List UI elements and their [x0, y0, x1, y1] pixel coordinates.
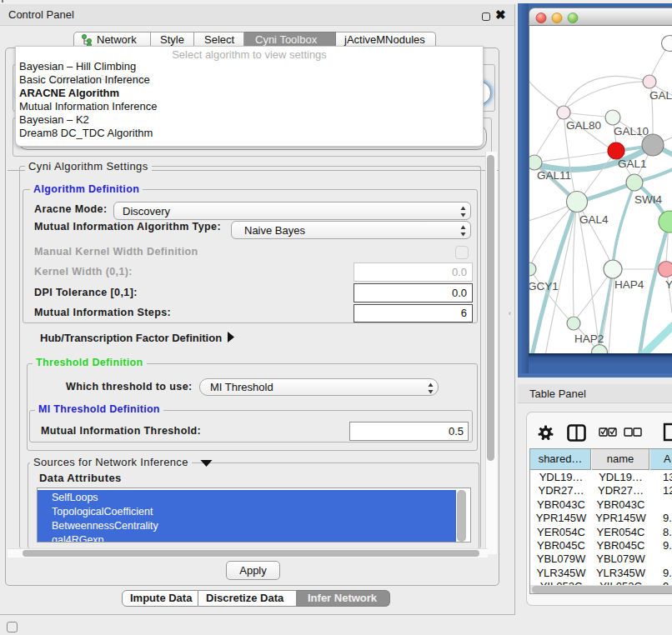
svg-text:HAP4: HAP4 — [614, 278, 644, 291]
svg-text:Y: Y — [665, 278, 672, 291]
svg-text:GAL1: GAL1 — [618, 158, 647, 170]
svg-text:SWI4: SWI4 — [634, 193, 662, 206]
svg-text:GAL11: GAL11 — [537, 169, 571, 182]
svg-text:GAL80: GAL80 — [566, 119, 601, 132]
svg-text:HAP2: HAP2 — [574, 332, 604, 345]
svg-text:GAL10: GAL10 — [614, 125, 649, 138]
svg-text:GAL4: GAL4 — [579, 213, 609, 226]
svg-text:GCY1: GCY1 — [529, 280, 559, 292]
svg-text:GAL7: GAL7 — [649, 89, 672, 102]
